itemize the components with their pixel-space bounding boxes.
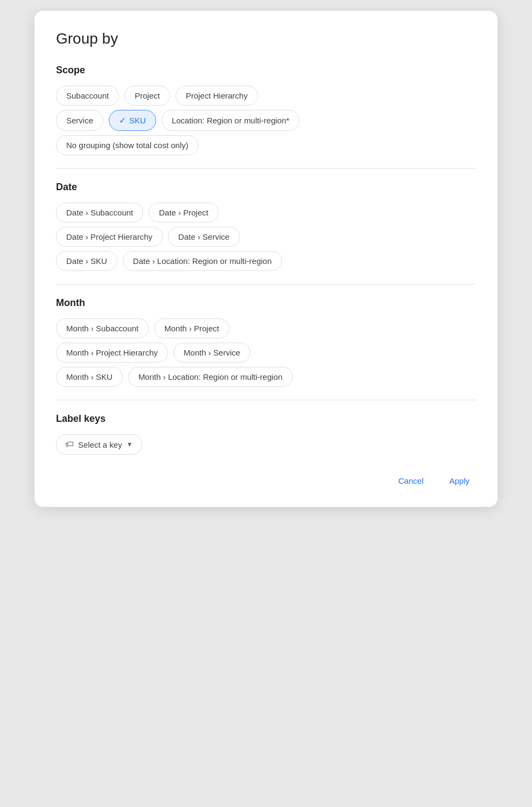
chip-sku[interactable]: ✓ SKU (109, 110, 156, 131)
date-chips-group-3: ✓ Date › SKU ✓ Date › Location: Region o… (56, 251, 476, 271)
month-chips-group-1: ✓ Month › Subaccount ✓ Month › Project (56, 318, 476, 338)
chip-location-region[interactable]: ✓ Location: Region or multi-region* (162, 110, 299, 131)
chip-date-location-region[interactable]: ✓ Date › Location: Region or multi-regio… (123, 251, 282, 271)
date-chips-group-2: ✓ Date › Project Hierarchy ✓ Date › Serv… (56, 227, 476, 247)
group-by-dialog: Group by Scope ✓ Subaccount ✓ Project ✓ … (34, 11, 498, 507)
label-keys-section: Label keys 🏷 Select a key ▼ (56, 413, 476, 455)
chip-date-sku[interactable]: ✓ Date › SKU (56, 251, 117, 271)
dialog-title: Group by (56, 30, 476, 47)
chip-date-subaccount[interactable]: ✓ Date › Subaccount (56, 203, 143, 222)
chip-month-project[interactable]: ✓ Month › Project (154, 318, 229, 338)
chip-month-service[interactable]: ✓ Month › Service (173, 343, 250, 363)
divider-month-labelkeys (56, 400, 476, 400)
cancel-button[interactable]: Cancel (392, 472, 430, 490)
select-key-label: Select a key (78, 440, 122, 449)
chip-project-hierarchy[interactable]: ✓ Project Hierarchy (176, 86, 258, 106)
chip-month-project-hierarchy[interactable]: ✓ Month › Project Hierarchy (56, 343, 168, 363)
chip-subaccount[interactable]: ✓ Subaccount (56, 86, 119, 106)
date-section: Date ✓ Date › Subaccount ✓ Date › Projec… (56, 182, 476, 271)
month-chips-group-3: ✓ Month › SKU ✓ Month › Location: Region… (56, 367, 476, 387)
month-section: Month ✓ Month › Subaccount ✓ Month › Pro… (56, 297, 476, 387)
tag-icon: 🏷 (65, 440, 74, 449)
chip-date-project[interactable]: ✓ Date › Project (149, 203, 219, 222)
chip-project[interactable]: ✓ Project (124, 86, 170, 106)
scope-section: Scope ✓ Subaccount ✓ Project ✓ Project H… (56, 65, 476, 155)
chip-month-sku[interactable]: ✓ Month › SKU (56, 367, 123, 387)
chip-date-project-hierarchy[interactable]: ✓ Date › Project Hierarchy (56, 227, 163, 247)
date-chips-group-1: ✓ Date › Subaccount ✓ Date › Project (56, 203, 476, 222)
apply-button[interactable]: Apply (443, 472, 476, 490)
chip-month-subaccount[interactable]: ✓ Month › Subaccount (56, 318, 149, 338)
date-section-title: Date (56, 182, 476, 193)
chip-no-grouping[interactable]: ✓ No grouping (show total cost only) (56, 135, 199, 155)
scope-chips-group: ✓ Subaccount ✓ Project ✓ Project Hierarc… (56, 86, 476, 106)
month-chips-group-2: ✓ Month › Project Hierarchy ✓ Month › Se… (56, 343, 476, 363)
dialog-actions: Cancel Apply (56, 472, 476, 490)
scope-chips-group-3: ✓ No grouping (show total cost only) (56, 135, 476, 155)
select-key-button[interactable]: 🏷 Select a key ▼ (56, 434, 142, 455)
chip-service[interactable]: ✓ Service (56, 110, 103, 131)
chip-date-service[interactable]: ✓ Date › Service (168, 227, 240, 247)
scope-section-title: Scope (56, 65, 476, 76)
check-icon-sku: ✓ (119, 115, 126, 126)
chip-month-location-region[interactable]: ✓ Month › Location: Region or multi-regi… (128, 367, 293, 387)
scope-chips-group-2: ✓ Service ✓ SKU ✓ Location: Region or mu… (56, 110, 476, 131)
dropdown-arrow-icon: ▼ (127, 441, 133, 448)
month-section-title: Month (56, 297, 476, 309)
label-keys-section-title: Label keys (56, 413, 476, 425)
divider-scope-date (56, 168, 476, 169)
divider-date-month (56, 284, 476, 284)
